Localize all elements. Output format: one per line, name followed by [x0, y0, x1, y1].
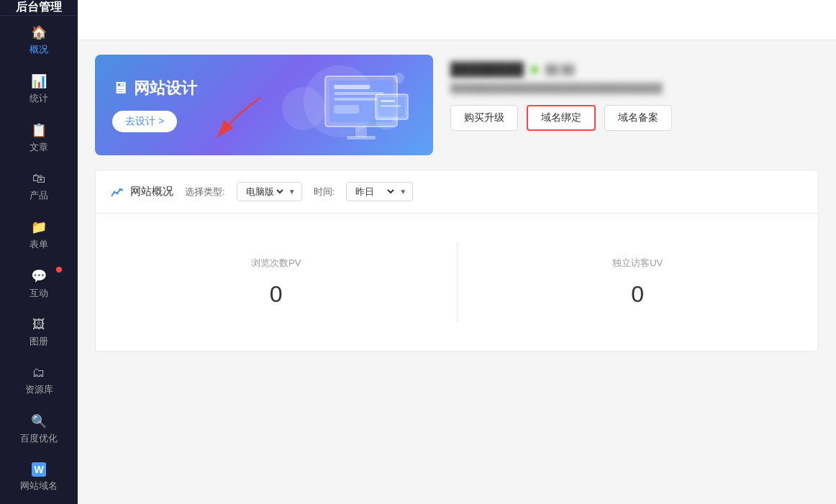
uv-value: 0 — [631, 281, 644, 308]
chart-icon — [110, 185, 124, 199]
sidebar-item-label: 概况 — [29, 43, 48, 56]
sidebar-item-label: 文章 — [29, 141, 48, 154]
pv-value: 0 — [270, 281, 283, 308]
stats-header: 网站概况 选择类型: 电脑版 手机版 全部 ▼ 时间: 昨日 今日 — [96, 170, 818, 214]
sidebar-item-label: 网站域名 — [20, 480, 58, 492]
banner-title: 🖥 网站设计 — [112, 78, 197, 99]
sidebar-item-gallery[interactable]: 🖼 图册 — [0, 308, 78, 357]
sidebar-item-baidu[interactable]: 🔍 百度优化 — [0, 405, 78, 454]
svg-rect-4 — [334, 98, 377, 101]
time-filter-label: 时间: — [314, 185, 335, 198]
stats-section: 网站概况 选择类型: 电脑版 手机版 全部 ▼ 时间: 昨日 今日 — [95, 170, 819, 352]
sidebar-item-resources[interactable]: 🗂 资源库 — [0, 357, 78, 405]
svg-point-13 — [114, 191, 116, 193]
upgrade-button[interactable]: 购买升级 — [450, 105, 518, 131]
design-button[interactable]: 去设计 > — [112, 111, 177, 132]
time-select-wrapper[interactable]: 昨日 今日 近7日 近30日 ▼ — [346, 182, 413, 201]
pv-label: 浏览次数PV — [251, 257, 301, 270]
monitor-illustration — [304, 69, 419, 155]
svg-rect-6 — [355, 127, 367, 137]
svg-point-15 — [119, 188, 122, 190]
sidebar-item-settings[interactable]: ⚙ 系统设置 — [0, 501, 78, 504]
svg-rect-5 — [334, 105, 359, 114]
domain-icon: W — [32, 462, 46, 477]
sidebar-item-label: 资源库 — [25, 383, 53, 396]
sidebar-item-label: 产品 — [29, 189, 48, 202]
articles-icon: 📋 — [31, 122, 47, 138]
time-select[interactable]: 昨日 今日 近7日 近30日 — [353, 185, 396, 198]
svg-rect-10 — [381, 100, 395, 102]
svg-rect-7 — [347, 136, 376, 139]
sidebar-item-overview[interactable]: 🏠 概况 — [0, 16, 78, 65]
interact-icon: 💬 — [31, 268, 47, 284]
sidebar-item-label: 百度优化 — [20, 432, 58, 445]
site-name: ████████ — [450, 62, 524, 77]
chevron-down-icon-2: ▼ — [399, 188, 406, 196]
baidu-icon: 🔍 — [31, 413, 47, 429]
online-status-dot — [531, 66, 538, 73]
banner-left: 🖥 网站设计 去设计 > — [112, 78, 197, 132]
stats-body: 浏览次数PV 0 独立访客UV 0 — [96, 214, 818, 351]
type-filter-label: 选择类型: — [185, 185, 225, 198]
svg-rect-2 — [334, 85, 370, 89]
site-status-text: ██ ██ — [545, 64, 574, 75]
sidebar-item-interact[interactable]: 💬 互动 — [0, 260, 78, 308]
sidebar-item-products[interactable]: 🛍 产品 — [0, 162, 78, 211]
resources-icon: 🗂 — [32, 365, 45, 380]
gallery-icon: 🖼 — [32, 317, 45, 332]
arrow-annotation — [203, 91, 275, 148]
chevron-down-icon: ▼ — [288, 188, 296, 196]
sidebar-item-articles[interactable]: 📋 文章 — [0, 114, 78, 162]
domain-record-button[interactable]: 域名备案 — [604, 105, 672, 131]
products-icon: 🛍 — [32, 171, 45, 186]
sidebar-item-label: 图册 — [29, 335, 48, 348]
uv-label: 独立访客UV — [612, 257, 663, 270]
top-bar — [78, 0, 836, 40]
svg-point-14 — [117, 192, 119, 194]
sidebar-header: 后台管理 — [0, 0, 78, 16]
main-content: 🖥 网站设计 去设计 > █ — [78, 0, 836, 504]
sidebar-item-domain[interactable]: W 网站域名 — [0, 454, 78, 501]
bind-domain-button[interactable]: 域名绑定 — [527, 105, 596, 131]
svg-rect-11 — [381, 105, 401, 107]
design-banner: 🖥 网站设计 去设计 > — [95, 55, 433, 155]
type-select-wrapper[interactable]: 电脑版 手机版 全部 ▼ — [237, 182, 302, 201]
stats-icon: 📊 — [31, 73, 47, 89]
forms-icon: 📁 — [31, 219, 47, 235]
home-icon: 🏠 — [31, 24, 47, 40]
sidebar-item-stats[interactable]: 📊 统计 — [0, 65, 78, 114]
sidebar-item-label: 表单 — [29, 238, 48, 251]
interact-badge — [56, 267, 62, 272]
sidebar-item-forms[interactable]: 📁 表单 — [0, 211, 78, 260]
sidebar-item-label: 统计 — [29, 92, 48, 105]
site-url: ████████████████████████████████ — [450, 83, 819, 93]
stats-title: 网站概况 — [110, 185, 173, 199]
stat-item-uv: 独立访客UV 0 — [458, 242, 819, 322]
stat-item-pv: 浏览次数PV 0 — [96, 242, 458, 322]
site-name-row: ████████ ██ ██ — [450, 62, 819, 77]
sidebar: 后台管理 🏠 概况 📊 统计 📋 文章 🛍 产品 📁 表单 💬 互动 🖼 图册 … — [0, 0, 78, 504]
sidebar-item-label: 互动 — [29, 287, 48, 300]
type-select[interactable]: 电脑版 手机版 全部 — [243, 185, 286, 198]
action-buttons: 购买升级 域名绑定 域名备案 — [450, 105, 819, 131]
site-info: ████████ ██ ██ █████████████████████████… — [450, 55, 819, 155]
banner-section: 🖥 网站设计 去设计 > █ — [95, 55, 819, 155]
monitor-icon: 🖥 — [112, 79, 128, 98]
content-area: 🖥 网站设计 去设计 > █ — [78, 40, 836, 504]
